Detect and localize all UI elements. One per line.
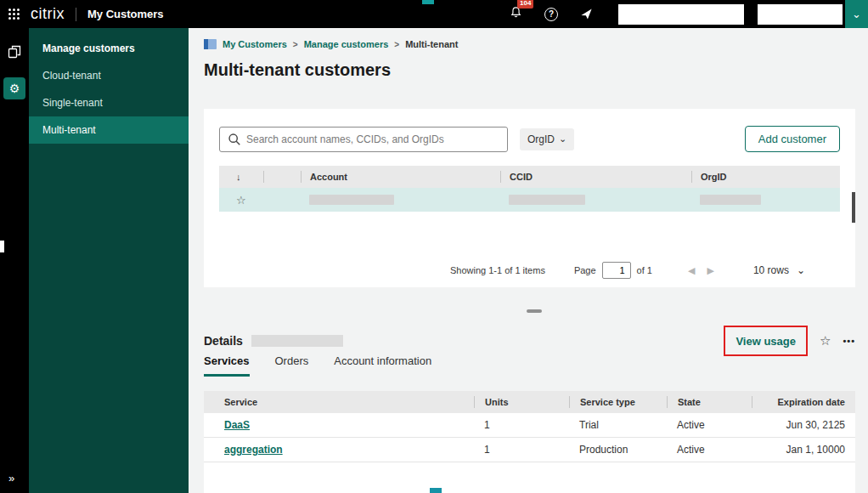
page-number-input[interactable] xyxy=(602,262,631,279)
topbar-actions: 104 ? ⌄ xyxy=(510,0,868,28)
service-link-daas[interactable]: DaaS xyxy=(224,419,250,431)
units-cell: 1 xyxy=(474,419,569,431)
main-content: My Customers > Manage customers > Multi-… xyxy=(189,28,868,493)
rows-per-page-label: 10 rows xyxy=(753,264,789,276)
page-title: Multi-tenant customers xyxy=(204,60,391,80)
chevron-down-icon: ⌄ xyxy=(797,264,805,276)
paper-plane-icon xyxy=(580,8,593,20)
breadcrumb: My Customers > Manage customers > Multi-… xyxy=(204,39,458,49)
column-header-orgid[interactable]: OrgID xyxy=(691,171,840,183)
column-header-expiration-date[interactable]: Expiration date xyxy=(752,396,855,408)
table-row[interactable]: ☆ xyxy=(219,188,840,212)
favorite-column-header xyxy=(263,171,301,183)
panel-layout-icon xyxy=(204,39,217,49)
column-header-units[interactable]: Units xyxy=(474,396,569,408)
settings-rail-button[interactable]: ⚙ xyxy=(3,77,25,99)
sidebar-item-single-tenant[interactable]: Single-tenant xyxy=(29,89,189,116)
page-of-label: of 1 xyxy=(637,265,652,275)
tab-services[interactable]: Services xyxy=(204,354,250,377)
citrix-logo: citrix xyxy=(31,5,65,23)
app-window: citrix My Customers 104 ? ⌄ xyxy=(0,0,868,493)
orgid-filter-label: OrgID xyxy=(527,133,555,145)
collapse-sidebar-button[interactable]: » xyxy=(8,472,14,484)
sort-descending-icon[interactable]: ↓ xyxy=(219,171,263,183)
sidebar-nav: Manage customers Cloud-tenant Single-ten… xyxy=(29,28,189,493)
customers-rail-button[interactable] xyxy=(8,45,21,59)
table-empty-space xyxy=(219,212,840,256)
services-panel: Service Units Service type State Expirat… xyxy=(204,391,855,493)
account-menu-button[interactable]: ⌄ xyxy=(845,0,868,28)
chevron-down-icon: ⌄ xyxy=(852,8,861,20)
left-icon-rail: ⚙ » xyxy=(0,28,29,493)
service-type-cell: Production xyxy=(569,444,667,456)
sidebar-item-multi-tenant[interactable]: Multi-tenant xyxy=(29,116,189,144)
column-header-account[interactable]: Account xyxy=(301,171,500,183)
breadcrumb-separator: > xyxy=(293,40,298,49)
app-grid-icon[interactable] xyxy=(8,8,20,20)
redacted-customer-name xyxy=(251,335,343,347)
notification-badge: 104 xyxy=(517,0,533,8)
top-bar: citrix My Customers 104 ? ⌄ xyxy=(0,0,868,28)
annotation-bottom-mark xyxy=(430,488,442,493)
details-header: Details View usage ☆ ••• xyxy=(204,326,855,356)
redacted-orgid-cell xyxy=(700,195,761,205)
sidebar-item-cloud-tenant[interactable]: Cloud-tenant xyxy=(29,62,189,89)
state-cell: Active xyxy=(667,419,752,431)
favorite-star-icon[interactable]: ☆ xyxy=(236,194,246,207)
table-scrollbar-thumb[interactable] xyxy=(852,192,855,223)
customers-panel: OrgID ⌄ Add customer ↓ Account CCID OrgI… xyxy=(204,109,855,287)
column-header-ccid[interactable]: CCID xyxy=(500,171,691,183)
search-box xyxy=(219,127,508,152)
sidebar-item-manage-customers[interactable]: Manage customers xyxy=(29,35,189,62)
expiration-date-cell: Jun 30, 2125 xyxy=(752,419,855,431)
more-options-icon[interactable]: ••• xyxy=(843,336,855,346)
add-customer-button[interactable]: Add customer xyxy=(745,126,840,152)
showing-count-label: Showing 1-1 of 1 items xyxy=(450,265,545,275)
orgid-filter-dropdown[interactable]: OrgID ⌄ xyxy=(520,128,574,150)
table-row: aggregation 1 Production Active Jan 1, 1… xyxy=(204,438,855,462)
search-icon xyxy=(228,133,241,146)
details-title: Details xyxy=(204,334,243,348)
details-tabs: Services Orders Account information xyxy=(204,354,431,377)
redacted-account-cell xyxy=(309,195,394,205)
panel-resize-handle[interactable] xyxy=(527,309,542,313)
view-usage-link[interactable]: View usage xyxy=(736,335,796,348)
customers-table-header: ↓ Account CCID OrgID xyxy=(219,166,840,188)
breadcrumb-my-customers[interactable]: My Customers xyxy=(223,39,287,49)
previous-page-icon[interactable]: ◀ xyxy=(688,265,695,276)
annotation-top-mark xyxy=(422,0,434,4)
column-header-state[interactable]: State xyxy=(667,396,752,408)
tab-orders[interactable]: Orders xyxy=(275,354,309,377)
state-cell: Active xyxy=(667,444,752,456)
units-cell: 1 xyxy=(474,444,569,456)
page-label: Page xyxy=(574,265,596,275)
service-link-aggregation[interactable]: aggregation xyxy=(224,444,283,456)
favorite-star-icon[interactable]: ☆ xyxy=(820,333,831,348)
rows-per-page-dropdown[interactable]: 10 rows ⌄ xyxy=(753,264,805,276)
topbar-title: My Customers xyxy=(87,8,164,20)
search-input[interactable] xyxy=(246,128,507,150)
notifications-button[interactable]: 104 xyxy=(510,6,522,22)
column-header-service[interactable]: Service xyxy=(204,396,474,408)
annotation-highlight-box: View usage xyxy=(724,326,808,356)
service-type-cell: Trial xyxy=(569,419,667,431)
topbar-divider xyxy=(76,8,76,21)
expiration-date-cell: Jan 1, 10000 xyxy=(752,444,855,456)
table-row: DaaS 1 Trial Active Jun 30, 2125 xyxy=(204,413,855,438)
next-page-icon[interactable]: ▶ xyxy=(707,265,713,276)
tab-account-information[interactable]: Account information xyxy=(334,354,431,377)
redacted-user-name xyxy=(758,4,843,25)
annotation-left-mark xyxy=(0,241,4,252)
gear-icon: ⚙ xyxy=(9,82,20,95)
redacted-account-name xyxy=(618,4,744,25)
search-toolbar: OrgID ⌄ Add customer xyxy=(204,109,855,166)
breadcrumb-current: Multi-tenant xyxy=(405,39,458,49)
chevron-down-icon: ⌄ xyxy=(559,133,566,144)
breadcrumb-separator: > xyxy=(394,40,399,49)
guided-tour-button[interactable] xyxy=(580,8,593,20)
breadcrumb-manage-customers[interactable]: Manage customers xyxy=(304,39,389,49)
help-icon: ? xyxy=(549,9,554,19)
services-table-header: Service Units Service type State Expirat… xyxy=(204,391,855,413)
column-header-service-type[interactable]: Service type xyxy=(569,396,667,408)
help-button[interactable]: ? xyxy=(544,8,558,21)
